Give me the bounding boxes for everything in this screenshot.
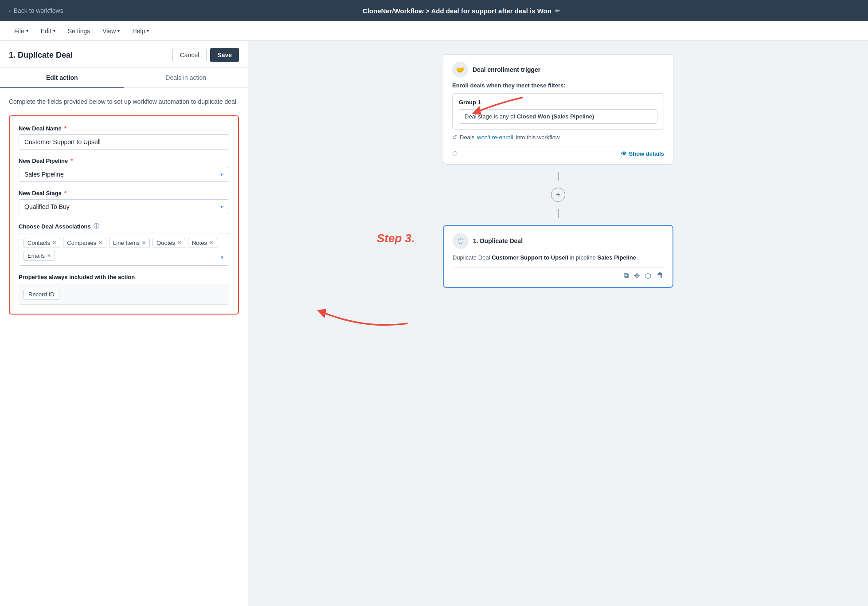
chevron-down-icon: ▾ xyxy=(53,28,55,33)
associations-group: Choose Deal Associations ⓘ Contacts ✕ Co… xyxy=(19,222,229,266)
pipeline-select[interactable]: Sales Pipeline xyxy=(19,167,229,182)
filter-text: Deal stage is any of Closed Won (Sales P… xyxy=(465,113,594,120)
deal-name-group: New Deal Name * xyxy=(19,125,229,150)
properties-label: Properties always included with the acti… xyxy=(19,274,229,280)
form-description: Complete the fields provided below to se… xyxy=(9,97,239,106)
tag-quotes: Quotes ✕ xyxy=(152,238,185,248)
dup-duplicate-icon[interactable]: ⬡ xyxy=(645,272,651,280)
workflow-title: CloneNer/Workflow > Add deal for support… xyxy=(363,7,551,15)
dup-icon: ⬡ xyxy=(453,233,469,249)
back-label: Back to workflows xyxy=(14,7,63,14)
handshake-icon: 🤝 xyxy=(456,66,465,74)
left-panel: 1. Duplicate Deal Cancel Save Edit actio… xyxy=(0,41,248,606)
trigger-icon: 🤝 xyxy=(452,62,468,78)
tabs: Edit action Deals in action xyxy=(0,68,248,88)
menu-help[interactable]: Help ▾ xyxy=(127,25,154,37)
dup-move-icon[interactable]: ✥ xyxy=(634,272,640,280)
cancel-button[interactable]: Cancel xyxy=(172,48,207,62)
dup-desc-mid: in pipeline xyxy=(568,254,598,261)
associations-chevron-icon: ▼ xyxy=(220,255,224,260)
page-title: CloneNer/Workflow > Add deal for support… xyxy=(63,7,859,15)
group-box: Group 1 Deal stage is any of Closed Won … xyxy=(452,93,664,130)
required-indicator: * xyxy=(64,125,66,132)
duplicate-icon: ⬡ xyxy=(457,237,464,245)
tag-contacts: Contacts ✕ xyxy=(23,238,60,248)
menu-bar: File ▾ Edit ▾ Settings View ▾ Help ▾ xyxy=(0,21,868,41)
enroll-label: Enroll deals when they meet these filter… xyxy=(452,82,664,89)
dup-footer: ⧉ ✥ ⬡ 🗑 xyxy=(453,268,664,280)
header-actions: Cancel Save xyxy=(172,48,239,62)
reenroll-suffix: into this workflow. xyxy=(516,134,561,141)
chevron-down-icon: ▾ xyxy=(26,28,28,33)
remove-companies-icon[interactable]: ✕ xyxy=(98,240,102,246)
dup-header: ⬡ 1. Duplicate Deal xyxy=(453,233,664,249)
dup-description: Duplicate Deal Customer Support to Upsel… xyxy=(453,253,664,262)
dup-title: 1. Duplicate Deal xyxy=(473,237,523,244)
remove-emails-icon[interactable]: ✕ xyxy=(47,253,51,259)
back-to-workflows[interactable]: ‹ Back to workflows xyxy=(9,7,63,14)
eye-icon: 👁 xyxy=(621,150,627,157)
copy-icon[interactable]: ⬡ xyxy=(452,150,457,157)
tab-edit-action[interactable]: Edit action xyxy=(0,68,124,88)
save-button[interactable]: Save xyxy=(210,48,239,62)
deal-name-input[interactable] xyxy=(19,134,229,150)
pipeline-select-wrapper: Sales Pipeline xyxy=(19,167,229,182)
panel-title: 1. Duplicate Deal xyxy=(9,51,73,60)
trigger-footer: ⬡ 👁 Show details xyxy=(452,146,664,157)
connector-line-top xyxy=(558,172,559,181)
remove-line-items-icon[interactable]: ✕ xyxy=(142,240,146,246)
menu-file[interactable]: File ▾ xyxy=(9,25,34,37)
dup-deal-name: Customer Support to Upsell xyxy=(492,254,568,261)
form-box: New Deal Name * New Deal Pipeline * Sale… xyxy=(9,115,239,315)
properties-section: Properties always included with the acti… xyxy=(19,274,229,305)
reenroll-row: ↺ Deals won't re-enroll into this workfl… xyxy=(452,134,664,141)
title-edit-icon[interactable]: ✏ xyxy=(555,8,560,14)
remove-contacts-icon[interactable]: ✕ xyxy=(52,240,56,246)
remove-notes-icon[interactable]: ✕ xyxy=(209,240,213,246)
stage-group: New Deal Stage * Qualified To Buy xyxy=(19,190,229,214)
tag-emails: Emails ✕ xyxy=(23,251,55,261)
pipeline-group: New Deal Pipeline * Sales Pipeline xyxy=(19,157,229,182)
back-chevron-icon: ‹ xyxy=(9,7,11,14)
dup-copy-icon[interactable]: ⧉ xyxy=(624,272,629,279)
panel-header: 1. Duplicate Deal Cancel Save xyxy=(0,41,248,68)
tags-container: Contacts ✕ Companies ✕ Line Items ✕ xyxy=(23,238,224,261)
info-icon: ⓘ xyxy=(94,222,99,230)
chevron-down-icon: ▾ xyxy=(117,28,120,33)
top-nav: ‹ Back to workflows CloneNer/Workflow > … xyxy=(0,0,868,21)
tag-notes: Notes ✕ xyxy=(188,238,217,248)
dup-desc-prefix: Duplicate Deal xyxy=(453,254,492,261)
add-step-button[interactable]: + xyxy=(551,188,565,202)
trigger-header: 🤝 Deal enrollment trigger xyxy=(452,62,664,78)
menu-settings[interactable]: Settings xyxy=(63,25,96,37)
associations-input[interactable]: Contacts ✕ Companies ✕ Line Items ✕ xyxy=(19,233,229,266)
remove-quotes-icon[interactable]: ✕ xyxy=(177,240,181,246)
reenroll-icon: ↺ xyxy=(452,134,457,141)
dup-delete-icon[interactable]: 🗑 xyxy=(657,272,664,279)
panel-body: Complete the fields provided below to se… xyxy=(0,88,248,606)
right-panel: 🤝 Deal enrollment trigger Enroll deals w… xyxy=(248,41,868,606)
associations-label: Choose Deal Associations ⓘ xyxy=(19,222,229,230)
stage-select-wrapper: Qualified To Buy xyxy=(19,199,229,214)
trigger-title: Deal enrollment trigger xyxy=(473,66,540,73)
stage-label: New Deal Stage * xyxy=(19,190,229,197)
deal-name-label: New Deal Name * xyxy=(19,125,229,132)
connector-line-bottom xyxy=(558,209,559,218)
reenroll-link[interactable]: won't re-enroll xyxy=(477,134,513,141)
menu-edit[interactable]: Edit ▾ xyxy=(35,25,61,37)
dup-pipeline-name: Sales Pipeline xyxy=(598,254,636,261)
tag-line-items: Line Items ✕ xyxy=(109,238,150,248)
stage-select[interactable]: Qualified To Buy xyxy=(19,199,229,214)
menu-view[interactable]: View ▾ xyxy=(97,25,125,37)
main-layout: 1. Duplicate Deal Cancel Save Edit actio… xyxy=(0,41,868,606)
chevron-down-icon: ▾ xyxy=(147,28,149,33)
required-indicator: * xyxy=(64,190,66,197)
pipeline-label: New Deal Pipeline * xyxy=(19,157,229,164)
properties-box: Record ID xyxy=(19,284,229,305)
reenroll-text: Deals xyxy=(460,134,474,141)
step-annotation: Step 3. xyxy=(377,232,414,245)
show-details-link[interactable]: 👁 Show details xyxy=(621,150,664,157)
tab-deals-in-action[interactable]: Deals in action xyxy=(124,68,248,88)
tag-companies: Companies ✕ xyxy=(63,238,106,248)
trigger-card: 🤝 Deal enrollment trigger Enroll deals w… xyxy=(443,54,673,165)
